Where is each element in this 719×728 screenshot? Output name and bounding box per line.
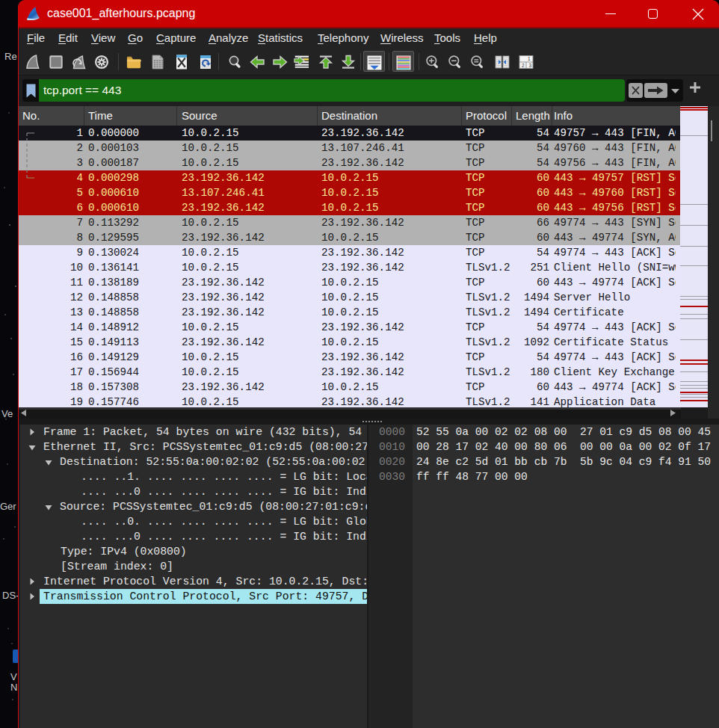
svg-text:3: 3 [529, 63, 532, 68]
svg-text:2: 2 [522, 63, 525, 68]
svg-text:1: 1 [528, 56, 531, 61]
